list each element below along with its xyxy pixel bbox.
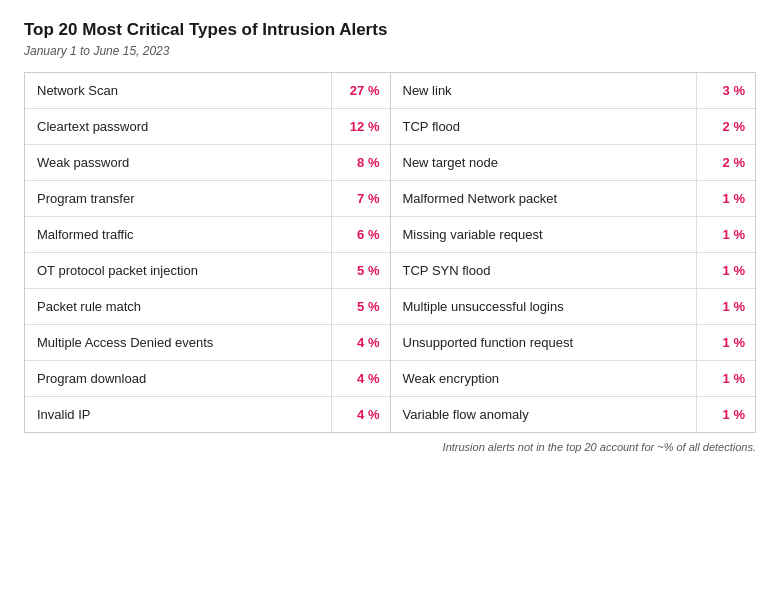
row-value: 1 % <box>697 361 755 396</box>
row-value: 7 % <box>332 181 390 216</box>
left-column: Network Scan 27 % Cleartext password 12 … <box>25 73 391 432</box>
row-label: Network Scan <box>25 73 332 108</box>
table-row: TCP flood 2 % <box>391 109 756 145</box>
footnote: Intrusion alerts not in the top 20 accou… <box>24 441 756 453</box>
right-column: New link 3 % TCP flood 2 % New target no… <box>391 73 756 432</box>
row-label: Program download <box>25 361 332 396</box>
chart-title: Top 20 Most Critical Types of Intrusion … <box>24 20 756 40</box>
row-value: 2 % <box>697 145 755 180</box>
table-row: Malformed traffic 6 % <box>25 217 390 253</box>
table-row: Malformed Network packet 1 % <box>391 181 756 217</box>
table-row: Multiple Access Denied events 4 % <box>25 325 390 361</box>
row-label: Missing variable request <box>391 217 698 252</box>
table-row: TCP SYN flood 1 % <box>391 253 756 289</box>
data-table: Network Scan 27 % Cleartext password 12 … <box>24 72 756 433</box>
table-row: OT protocol packet injection 5 % <box>25 253 390 289</box>
row-value: 4 % <box>332 325 390 360</box>
row-label: New link <box>391 73 698 108</box>
row-value: 5 % <box>332 289 390 324</box>
table-row: Missing variable request 1 % <box>391 217 756 253</box>
row-value: 1 % <box>697 253 755 288</box>
row-label: Invalid IP <box>25 397 332 432</box>
row-value: 12 % <box>332 109 390 144</box>
row-value: 1 % <box>697 397 755 432</box>
table-row: Packet rule match 5 % <box>25 289 390 325</box>
row-label: TCP SYN flood <box>391 253 698 288</box>
row-value: 1 % <box>697 289 755 324</box>
row-label: New target node <box>391 145 698 180</box>
row-label: Malformed traffic <box>25 217 332 252</box>
row-label: Weak encryption <box>391 361 698 396</box>
row-label: OT protocol packet injection <box>25 253 332 288</box>
row-label: Multiple Access Denied events <box>25 325 332 360</box>
row-label: Unsupported function request <box>391 325 698 360</box>
row-value: 3 % <box>697 73 755 108</box>
row-value: 8 % <box>332 145 390 180</box>
table-row: Network Scan 27 % <box>25 73 390 109</box>
row-label: Program transfer <box>25 181 332 216</box>
table-row: Unsupported function request 1 % <box>391 325 756 361</box>
row-value: 5 % <box>332 253 390 288</box>
row-value: 4 % <box>332 397 390 432</box>
row-label: Malformed Network packet <box>391 181 698 216</box>
table-row: Program transfer 7 % <box>25 181 390 217</box>
table-row: Weak encryption 1 % <box>391 361 756 397</box>
row-label: Weak password <box>25 145 332 180</box>
row-label: Multiple unsuccessful logins <box>391 289 698 324</box>
chart-subtitle: January 1 to June 15, 2023 <box>24 44 756 58</box>
table-row: New link 3 % <box>391 73 756 109</box>
table-row: Cleartext password 12 % <box>25 109 390 145</box>
row-value: 27 % <box>332 73 390 108</box>
row-value: 1 % <box>697 217 755 252</box>
table-row: Multiple unsuccessful logins 1 % <box>391 289 756 325</box>
row-value: 4 % <box>332 361 390 396</box>
table-row: Invalid IP 4 % <box>25 397 390 432</box>
row-value: 2 % <box>697 109 755 144</box>
row-value: 1 % <box>697 325 755 360</box>
row-value: 6 % <box>332 217 390 252</box>
table-row: Variable flow anomaly 1 % <box>391 397 756 432</box>
table-row: Weak password 8 % <box>25 145 390 181</box>
row-label: TCP flood <box>391 109 698 144</box>
row-label: Cleartext password <box>25 109 332 144</box>
table-row: Program download 4 % <box>25 361 390 397</box>
row-label: Variable flow anomaly <box>391 397 698 432</box>
table-row: New target node 2 % <box>391 145 756 181</box>
row-value: 1 % <box>697 181 755 216</box>
row-label: Packet rule match <box>25 289 332 324</box>
